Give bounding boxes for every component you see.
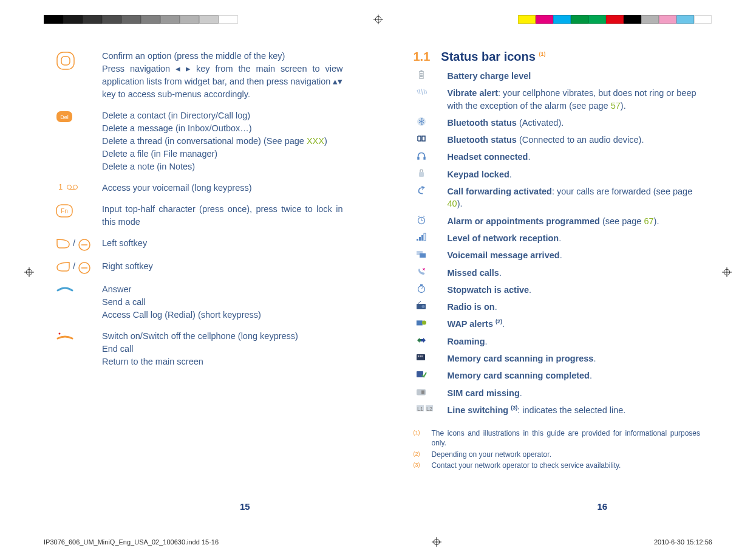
svg-rect-25 bbox=[420, 70, 422, 72]
bt-active-icon bbox=[414, 117, 448, 126]
svg-rect-50 bbox=[416, 321, 422, 326]
status-row: SIM card missing. bbox=[414, 387, 701, 399]
key-row: Confirm an option (press the middle of t… bbox=[56, 50, 343, 101]
svg-text:1: 1 bbox=[58, 183, 63, 191]
status-description: Missed calls. bbox=[448, 267, 701, 279]
svg-rect-10 bbox=[61, 57, 70, 65]
right-softkey-icon: / bbox=[56, 260, 102, 275]
svg-text:L2: L2 bbox=[426, 406, 432, 412]
status-description: Line switching (3): indicates the select… bbox=[448, 404, 701, 416]
status-row: L1L2Line switching (3): indicates the se… bbox=[414, 404, 701, 416]
status-row: Memory card scanning in progress. bbox=[414, 352, 701, 365]
keypad-icon bbox=[414, 168, 448, 178]
status-row: Keypad locked. bbox=[414, 168, 701, 180]
color-colorbar bbox=[518, 15, 712, 24]
fwd-icon bbox=[414, 185, 448, 195]
svg-rect-38 bbox=[417, 239, 418, 241]
svg-text:L1: L1 bbox=[417, 406, 423, 412]
missed-icon bbox=[414, 267, 448, 276]
status-description: Vibrate alert: your cellphone vibrates, … bbox=[448, 87, 701, 112]
left-softkey-icon: / bbox=[56, 237, 102, 252]
svg-rect-28 bbox=[420, 76, 423, 77]
status-description: Battery charge level bbox=[448, 70, 701, 82]
section-title: Status bar icons (1) bbox=[441, 50, 545, 64]
svg-rect-31 bbox=[423, 157, 425, 160]
status-description: Level of network reception. bbox=[448, 232, 701, 244]
status-row: Battery charge level bbox=[414, 70, 701, 82]
key-description: AnswerSend a callAccess Call log (Redial… bbox=[102, 283, 343, 321]
radio-icon bbox=[414, 301, 448, 310]
status-row: Roaming. bbox=[414, 335, 701, 348]
footnote: (1)The icons and illustrations in this g… bbox=[414, 428, 701, 448]
status-description: Headset connected. bbox=[448, 151, 701, 163]
key-description: Right softkey bbox=[102, 260, 343, 275]
svg-rect-54 bbox=[420, 355, 421, 357]
key-row: FnInput top-half character (press once),… bbox=[56, 203, 343, 228]
stopwatch-icon bbox=[414, 284, 448, 293]
vm-icon bbox=[414, 249, 448, 259]
footnote: (3)Contact your network operator to chec… bbox=[414, 461, 701, 470]
svg-rect-53 bbox=[418, 355, 419, 357]
footer-filename: IP3076_606_UM_MiniQ_Eng_USA_02_100630.in… bbox=[44, 538, 219, 546]
page-left: Confirm an option (press the middle of t… bbox=[0, 50, 378, 512]
status-description: Bluetooth status (Activated). bbox=[448, 117, 701, 129]
status-row: Missed calls. bbox=[414, 267, 701, 279]
svg-rect-26 bbox=[420, 74, 423, 75]
svg-rect-45 bbox=[420, 284, 423, 286]
status-row: Voicemail message arrived. bbox=[414, 249, 701, 261]
sim-icon bbox=[414, 387, 448, 397]
key-description: Input top-half character (press once), p… bbox=[102, 203, 343, 228]
status-row: Alarm or appointments programmed (see pa… bbox=[414, 215, 701, 227]
svg-rect-30 bbox=[417, 157, 419, 160]
svg-rect-39 bbox=[419, 237, 421, 241]
svg-point-15 bbox=[73, 185, 78, 190]
key-row: /Right softkey bbox=[56, 260, 343, 275]
key-description: Access your voicemail (long keypress) bbox=[102, 182, 343, 194]
svg-text:Del: Del bbox=[60, 114, 69, 120]
status-row: Radio is on. bbox=[414, 301, 701, 313]
vibrate-icon bbox=[414, 87, 448, 97]
status-description: Keypad locked. bbox=[448, 168, 701, 180]
footer-date: 2010-6-30 15:12:56 bbox=[654, 538, 712, 546]
signal-icon bbox=[414, 232, 448, 242]
status-row: Memory card scanning completed. bbox=[414, 369, 701, 382]
status-row: Level of network reception. bbox=[414, 232, 701, 244]
svg-text:Fn: Fn bbox=[61, 208, 68, 214]
svg-rect-56 bbox=[417, 371, 423, 377]
status-description: Call forwarding activated: your calls ar… bbox=[448, 185, 701, 210]
svg-line-46 bbox=[421, 287, 423, 289]
voicemail-key-icon: 1 bbox=[56, 182, 102, 194]
key-row: AnswerSend a callAccess Call log (Redial… bbox=[56, 283, 343, 321]
status-description: Memory card scanning in progress. bbox=[448, 352, 701, 365]
svg-rect-43 bbox=[420, 253, 426, 258]
alarm-icon bbox=[414, 215, 448, 225]
top-registration-bar bbox=[0, 15, 756, 24]
status-description: WAP alerts (2). bbox=[448, 318, 701, 330]
key-row: 1Access your voicemail (long keypress) bbox=[56, 182, 343, 194]
key-row: DelDelete a contact (in Directory/Call l… bbox=[56, 109, 343, 173]
status-row: Bluetooth status (Connected to an audio … bbox=[414, 134, 701, 146]
status-description: Bluetooth status (Connected to an audio … bbox=[448, 134, 701, 146]
center-key-icon bbox=[56, 50, 102, 101]
mc-done-icon bbox=[414, 369, 448, 379]
line-icon: L1L2 bbox=[414, 404, 448, 413]
svg-line-49 bbox=[418, 301, 421, 304]
headset-icon bbox=[414, 151, 448, 160]
footnote: (2)Depending on your network operator. bbox=[414, 450, 701, 459]
status-description: Voicemail message arrived. bbox=[448, 249, 701, 261]
svg-line-37 bbox=[423, 216, 424, 217]
section-number: 1.1 bbox=[414, 50, 431, 64]
mc-scan-icon bbox=[414, 352, 448, 362]
svg-rect-32 bbox=[419, 172, 424, 177]
bt-audio-icon bbox=[414, 134, 448, 143]
page-right: 1.1 Status bar icons (1) Battery charge … bbox=[378, 50, 757, 512]
print-footer: IP3076_606_UM_MiniQ_Eng_USA_02_100630.in… bbox=[0, 537, 756, 547]
wap-icon bbox=[414, 318, 448, 328]
answer-key-icon bbox=[56, 283, 102, 321]
key-description: Delete a contact (in Directory/Call log)… bbox=[102, 109, 343, 173]
status-description: Stopwatch is active. bbox=[448, 284, 701, 296]
status-description: Roaming. bbox=[448, 335, 701, 348]
status-row: Call forwarding activated: your calls ar… bbox=[414, 185, 701, 210]
section-heading: 1.1 Status bar icons (1) bbox=[414, 50, 701, 64]
key-description: Left softkey bbox=[102, 237, 343, 252]
